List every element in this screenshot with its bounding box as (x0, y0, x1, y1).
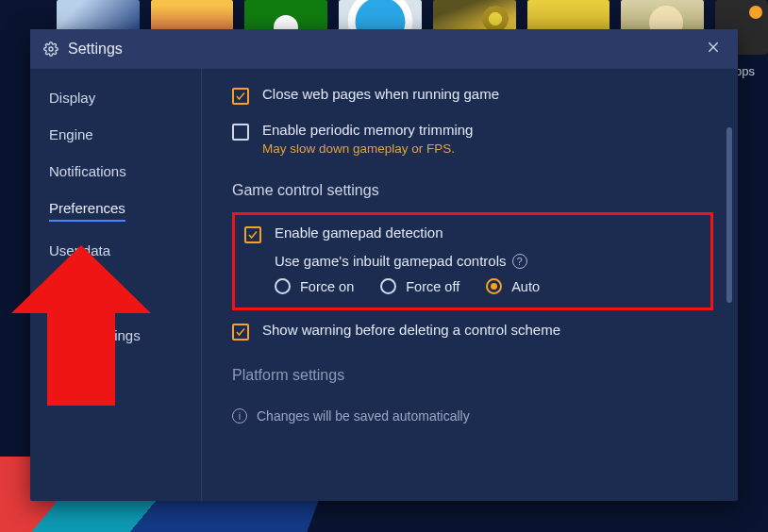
option-subtext: May slow down gameplay or FPS. (262, 141, 473, 156)
titlebar: Settings (30, 29, 738, 69)
option-row: Close web pages when running game (232, 86, 713, 105)
help-icon[interactable]: ? (512, 254, 527, 269)
sidebar: Display Engine Notifications Preferences… (30, 69, 202, 501)
sidebar-item-engine[interactable]: Engine (49, 126, 93, 142)
section-heading-platform: Platform settings (232, 367, 713, 384)
sidebar-item-about[interactable]: About (49, 364, 86, 380)
checkbox-warn-delete-scheme[interactable] (232, 324, 249, 341)
section-heading-game-controls: Game control settings (232, 182, 713, 199)
footer-note: i Changes will be saved automatically (232, 408, 713, 424)
checkbox-close-pages[interactable] (232, 88, 249, 105)
sidebar-item-display[interactable]: Display (49, 90, 95, 106)
check-icon (247, 229, 259, 241)
settings-dialog: Settings Display Engine Notifications Pr… (30, 29, 738, 501)
sublabel-text: Use game's inbuilt gamepad controls (275, 253, 507, 269)
option-text: Enable periodic memory trimming (262, 122, 473, 138)
close-icon (706, 40, 721, 55)
radio-icon (380, 278, 396, 294)
radio-force-on[interactable]: Force on (275, 278, 354, 294)
gear-icon (43, 42, 58, 57)
sidebar-item-game-settings[interactable]: Game settings (49, 327, 141, 343)
radio-icon (275, 278, 291, 294)
gamepad-sublabel: Use game's inbuilt gamepad controls ? (275, 253, 699, 269)
sidebar-item-notifications[interactable]: Notifications (49, 163, 126, 179)
option-row: Show warning before deleting a control s… (232, 322, 713, 341)
highlight-box: Enable gamepad detection Use game's inbu… (232, 212, 713, 310)
checkbox-memory-trim[interactable] (232, 124, 249, 141)
radio-group-gamepad-mode: Force on Force off Auto (275, 278, 699, 294)
option-label: Close web pages when running game (262, 86, 499, 102)
option-row: Enable gamepad detection (244, 224, 699, 243)
radio-auto[interactable]: Auto (486, 278, 540, 294)
check-icon (235, 91, 246, 102)
check-icon (235, 326, 246, 338)
scrollbar[interactable] (726, 127, 732, 303)
sidebar-item-preferences[interactable]: Preferences (49, 200, 125, 222)
radio-label: Force off (406, 279, 459, 294)
sidebar-item-user-data[interactable]: User data (49, 242, 110, 258)
dialog-title: Settings (68, 41, 123, 58)
content-pane: Close web pages when running game Enable… (202, 69, 738, 501)
svg-point-0 (49, 47, 53, 51)
radio-label: Auto (511, 279, 540, 294)
option-label: Show warning before deleting a control s… (262, 322, 560, 338)
option-label: Enable gamepad detection (275, 224, 442, 241)
info-icon: i (232, 408, 247, 424)
footer-text: Changes will be saved automatically (257, 408, 470, 424)
option-row: Enable periodic memory trimming May slow… (232, 122, 713, 156)
option-label: Enable periodic memory trimming May slow… (262, 122, 473, 156)
radio-icon (486, 278, 502, 294)
radio-force-off[interactable]: Force off (380, 278, 459, 294)
checkbox-gamepad-detect[interactable] (244, 226, 261, 243)
sidebar-item-shortcut-keys[interactable]: Shortcut keys (49, 291, 135, 307)
close-button[interactable] (702, 36, 725, 62)
radio-label: Force on (300, 279, 354, 294)
